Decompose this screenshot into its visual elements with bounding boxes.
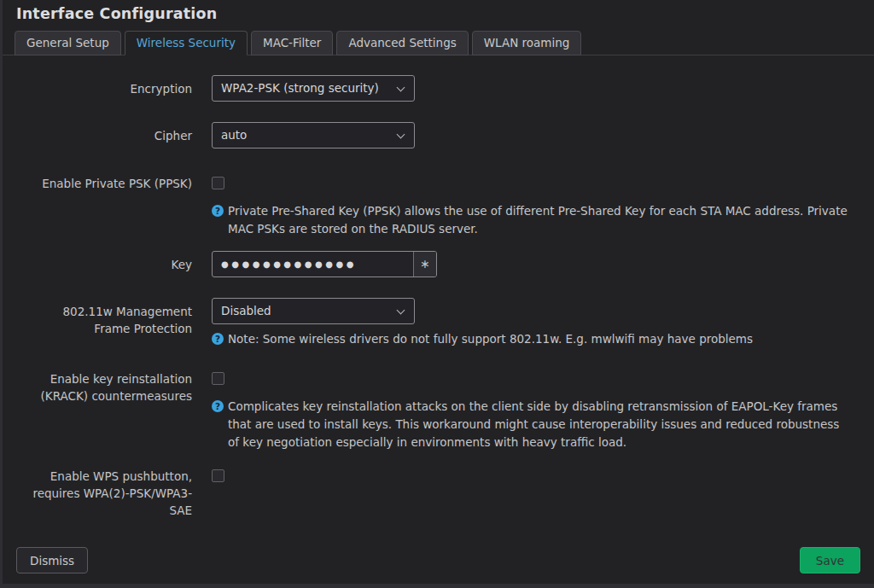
encryption-label: Encryption [25,75,192,97]
tab-advanced-settings[interactable]: Advanced Settings [336,31,468,55]
dialog-header: Interface Configuration [3,0,874,30]
mfp-label: 802.11w Management Frame Protection [25,298,192,338]
tab-label: Advanced Settings [348,36,456,49]
cipher-label: Cipher [25,122,192,144]
help-icon: ? [212,400,224,412]
tab-wlan-roaming[interactable]: WLAN roaming [472,31,582,55]
krack-help-text: Complicates key reinstallation attacks o… [228,399,839,449]
encryption-select[interactable]: WPA2-PSK (strong security) [212,75,415,102]
help-icon: ? [212,205,224,217]
tab-mac-filter[interactable]: MAC-Filter [251,31,333,55]
ppsk-help: ?Private Pre-Shared Key (PPSK) allows th… [212,202,848,238]
cipher-select[interactable]: auto [212,122,415,148]
key-input[interactable] [213,252,413,277]
encryption-row: Encryption WPA2-PSK (strong security) [25,75,848,102]
cipher-selected-value: auto [221,128,247,142]
mfp-row: 802.11w Management Frame Protection Disa… [25,298,848,348]
help-icon: ? [212,333,224,345]
wps-checkbox[interactable] [212,469,224,482]
chevron-down-icon [397,131,405,139]
mfp-help: ?Note: Some wireless drivers do not full… [212,330,848,348]
dismiss-button[interactable]: Dismiss [16,547,88,573]
krack-checkbox[interactable] [212,372,224,385]
save-button[interactable]: Save [800,547,860,573]
interface-configuration-dialog: Interface Configuration General Setup Wi… [3,0,874,584]
key-label: Key [25,251,192,273]
tab-bar: General Setup Wireless Security MAC-Filt… [3,30,874,55]
cipher-row: Cipher auto [25,122,848,148]
tab-label: General Setup [26,36,109,49]
wireless-security-form: Encryption WPA2-PSK (strong security) Ci… [3,55,874,519]
page-title: Interface Configuration [16,5,860,22]
chevron-down-icon [397,306,405,314]
tab-label: WLAN roaming [484,36,570,49]
krack-help: ?Complicates key reinstallation attacks … [212,398,848,451]
mfp-selected-value: Disabled [221,304,271,317]
krack-label: Enable key reinstallation (KRACK) counte… [25,370,192,405]
krack-row: Enable key reinstallation (KRACK) counte… [25,370,848,451]
dialog-footer: Dismiss Save [3,547,874,573]
chevron-down-icon [397,84,405,92]
tab-label: MAC-Filter [263,36,321,49]
wps-row: Enable WPS pushbutton, requires WPA(2)-P… [25,468,848,520]
ppsk-label: Enable Private PSK (PPSK) [25,175,192,192]
ppsk-row: Enable Private PSK (PPSK) ?Private Pre-S… [25,175,848,238]
reveal-password-button[interactable]: ∗ [413,252,436,277]
wps-label: Enable WPS pushbutton, requires WPA(2)-P… [25,468,192,520]
ppsk-help-text: Private Pre-Shared Key (PPSK) allows the… [228,204,848,236]
mfp-select[interactable]: Disabled [212,298,415,324]
key-row: Key ∗ [25,251,848,277]
tab-wireless-security[interactable]: Wireless Security [125,31,248,55]
tab-label: Wireless Security [137,36,236,49]
key-input-group: ∗ [212,251,437,277]
ppsk-checkbox[interactable] [212,177,224,189]
tab-general-setup[interactable]: General Setup [15,31,121,55]
encryption-selected-value: WPA2-PSK (strong security) [221,81,379,95]
mfp-help-text: Note: Some wireless drivers do not fully… [228,332,753,346]
